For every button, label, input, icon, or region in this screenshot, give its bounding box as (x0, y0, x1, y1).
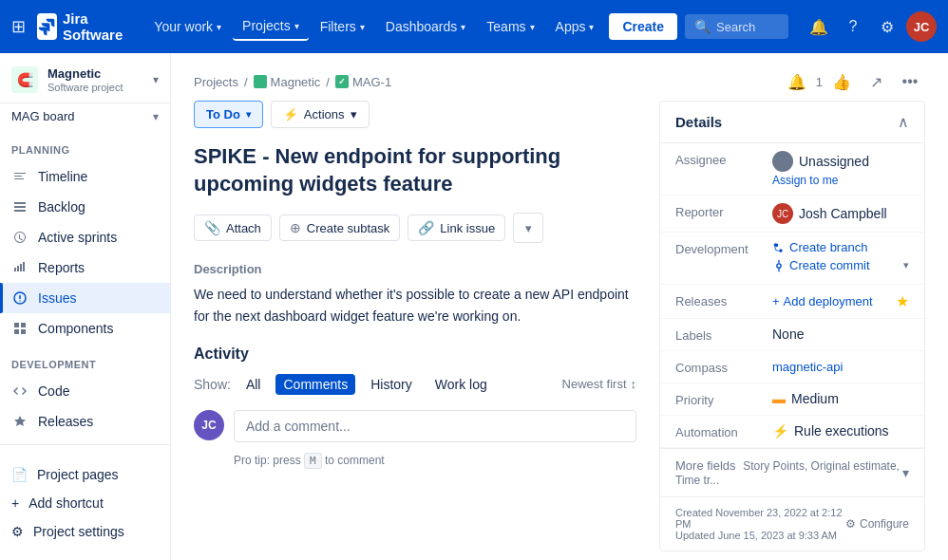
sidebar-item-add-shortcut[interactable]: + Add shortcut (0, 489, 170, 517)
chevron-down-icon: ▾ (530, 22, 535, 32)
sidebar-project[interactable]: 🧲 Magnetic Software project ▾ (0, 53, 170, 103)
breadcrumb-magnetic[interactable]: Magnetic (254, 75, 321, 89)
assign-me-link[interactable]: Assign to me (772, 174, 909, 187)
search-bar[interactable]: 🔍 Search (685, 14, 788, 39)
app-layout: 🧲 Magnetic Software project ▾ MAG board … (0, 53, 948, 560)
newest-first-button[interactable]: Newest first ↕ (562, 377, 636, 391)
settings-icon: ⚙ (11, 524, 24, 539)
development-value: Create branch Create commit ▾ (772, 240, 909, 276)
releases-value: + Add deployment ★ (772, 292, 909, 310)
add-deployment-link[interactable]: + Add deployment (772, 294, 873, 308)
user-avatar[interactable]: JC (906, 11, 937, 42)
collapse-icon[interactable]: ∧ (898, 113, 909, 131)
projects-nav[interactable]: Projects ▾ (233, 12, 309, 41)
svg-rect-6 (21, 323, 26, 327)
sidebar-item-code[interactable]: Code (0, 376, 170, 406)
sidebar-item-project-pages[interactable]: 📄 Project pages (0, 460, 170, 489)
your-work-nav[interactable]: Your work ▾ (144, 13, 231, 40)
chevron-down-icon: ▾ (294, 21, 299, 31)
comment-input[interactable]: Add a comment... (234, 410, 636, 442)
sidebar-item-project-settings[interactable]: ⚙ Project settings (0, 517, 170, 546)
dashboards-nav[interactable]: Dashboards ▾ (376, 13, 476, 40)
mag-board-item[interactable]: MAG board ▾ (0, 103, 170, 129)
link-issue-button[interactable]: 🔗 Link issue (408, 215, 505, 241)
filter-worklog-button[interactable]: Work log (427, 374, 495, 395)
project-name: Magnetic (47, 66, 123, 82)
thumbs-up-icon[interactable]: 👍 (826, 66, 857, 97)
create-branch-link[interactable]: Create branch (772, 240, 909, 254)
issue-layout: To Do ▾ ⚡ Actions ▾ SPIKE - New endpoint… (171, 101, 948, 551)
pro-tip: Pro tip: press M to comment (234, 454, 636, 467)
description-section: Description We need to understand whethe… (194, 262, 636, 327)
filters-nav[interactable]: Filters ▾ (311, 13, 374, 40)
filter-history-button[interactable]: History (363, 374, 420, 395)
help-icon[interactable]: ? (838, 11, 868, 42)
top-navigation: ⊞ Jira Software Your work ▾ Projects ▾ F… (0, 0, 948, 53)
sidebar-item-releases[interactable]: Releases (0, 406, 170, 437)
sidebar-item-active-sprints[interactable]: Active sprints (0, 222, 170, 252)
unassigned-avatar (772, 151, 793, 172)
chevron-down-icon: ▾ (589, 22, 594, 32)
issue-main: To Do ▾ ⚡ Actions ▾ SPIKE - New endpoint… (194, 101, 659, 467)
add-comment-row: JC Add a comment... (194, 410, 636, 442)
sidebar-item-timeline[interactable]: Timeline (0, 161, 170, 192)
status-button[interactable]: To Do ▾ (194, 101, 263, 128)
grid-icon[interactable]: ⊞ (11, 16, 26, 37)
development-section-label: DEVELOPMENT (0, 344, 170, 376)
labels-value: None (772, 327, 909, 342)
create-button[interactable]: Create (609, 13, 677, 40)
add-shortcut-icon: + (11, 495, 19, 511)
breadcrumb-projects[interactable]: Projects (194, 75, 238, 89)
svg-point-4 (19, 300, 20, 301)
sidebar-item-reports[interactable]: Reports (0, 252, 170, 283)
assignee-value: Unassigned Assign to me (772, 151, 909, 187)
svg-rect-0 (14, 202, 26, 204)
sidebar-item-backlog[interactable]: Backlog (0, 192, 170, 222)
project-info: Magnetic Software project (47, 66, 123, 93)
compass-link[interactable]: magnetic-api (772, 360, 843, 374)
sidebar-item-issues[interactable]: Issues (0, 283, 170, 313)
more-options-icon[interactable]: ••• (895, 66, 925, 97)
watch-icon[interactable]: 🔔 (782, 66, 812, 97)
magnetic-project-icon (254, 75, 267, 88)
share-icon[interactable]: ↗ (861, 66, 891, 97)
details-header: Details ∧ (660, 102, 924, 143)
releases-label: Releases (675, 292, 761, 308)
automation-icon: ⚡ (772, 423, 788, 439)
teams-nav[interactable]: Teams ▾ (477, 13, 543, 40)
show-label: Show: (194, 377, 231, 392)
filter-all-button[interactable]: All (238, 374, 269, 395)
chevron-down-icon[interactable]: ▾ (902, 465, 909, 480)
actions-button[interactable]: ⚡ Actions ▾ (271, 101, 370, 128)
toolbar-more-button[interactable]: ▾ (513, 213, 543, 243)
breadcrumb-issue-id: ✓ MAG-1 (335, 75, 391, 89)
more-fields-row[interactable]: More fields Story Points, Original estim… (660, 448, 924, 496)
details-header-title: Details (675, 114, 722, 130)
apps-nav[interactable]: Apps ▾ (546, 13, 604, 40)
sidebar-item-components[interactable]: Components (0, 313, 170, 344)
breadcrumb-separator: / (326, 75, 330, 89)
attach-button[interactable]: 📎 Attach (194, 215, 272, 241)
create-subtask-button[interactable]: ⊕ Create subtask (279, 215, 400, 241)
logo[interactable]: Jira Software (37, 10, 129, 43)
search-icon: 🔍 (694, 19, 711, 34)
sidebar-item-label: Reports (38, 260, 85, 275)
reporter-avatar: JC (772, 203, 793, 224)
priority-label: Priority (675, 391, 761, 407)
issue-description: We need to understand whether it's possi… (194, 284, 636, 327)
filter-comments-button[interactable]: Comments (275, 374, 355, 395)
chevron-down-icon[interactable]: ▾ (903, 259, 909, 271)
activity-section: Activity Show: All Comments History Work… (194, 345, 636, 467)
plus-icon: + (772, 294, 780, 308)
notifications-icon[interactable]: 🔔 (804, 11, 834, 42)
configure-button[interactable]: ⚙ Configure (845, 517, 909, 531)
chevron-down-icon: ▾ (360, 22, 365, 32)
sidebar-bottom: 📄 Project pages + Add shortcut ⚙ Project… (0, 453, 170, 553)
development-row: Development Create branch Create commit (660, 233, 924, 285)
automation-label: Automation (675, 423, 761, 439)
activity-title: Activity (194, 345, 636, 363)
create-commit-link[interactable]: Create commit ▾ (772, 258, 909, 272)
compass-value: magnetic-api (772, 359, 909, 374)
settings-icon[interactable]: ⚙ (872, 11, 902, 42)
sidebar: 🧲 Magnetic Software project ▾ MAG board … (0, 53, 171, 560)
